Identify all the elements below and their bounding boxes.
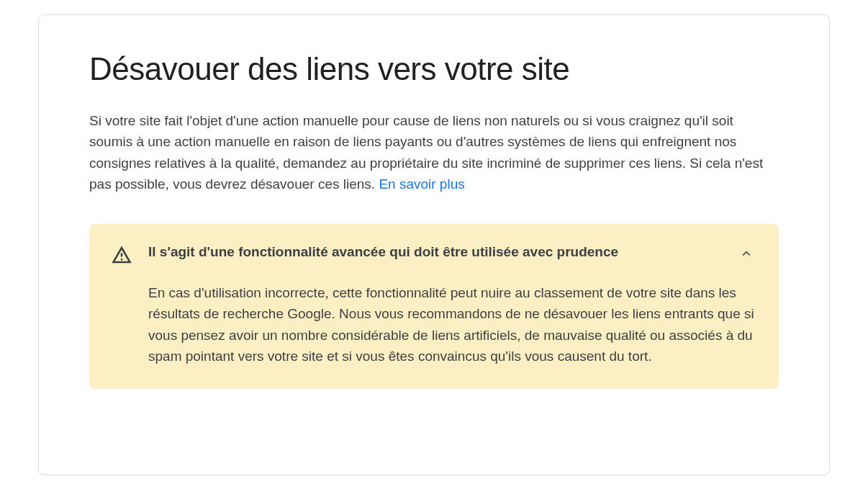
warning-header[interactable]: Il s'agit d'une fonctionnalité avancée q…	[148, 243, 757, 266]
learn-more-link[interactable]: En savoir plus	[379, 176, 464, 192]
chevron-up-icon	[738, 246, 754, 264]
main-card: Désavouer des liens vers votre site Si v…	[38, 14, 830, 475]
warning-title: Il s'agit d'une fonctionnalité avancée q…	[148, 243, 618, 262]
warning-panel: Il s'agit d'une fonctionnalité avancée q…	[89, 224, 779, 389]
warning-body: En cas d'utilisation incorrecte, cette f…	[148, 282, 757, 367]
warning-content: Il s'agit d'une fonctionnalité avancée q…	[148, 243, 757, 367]
warning-icon	[111, 243, 132, 269]
intro-paragraph: Si votre site fait l'objet d'une action …	[89, 110, 779, 195]
collapse-toggle-button[interactable]	[736, 243, 757, 266]
page-title: Désavouer des liens vers votre site	[89, 51, 779, 87]
